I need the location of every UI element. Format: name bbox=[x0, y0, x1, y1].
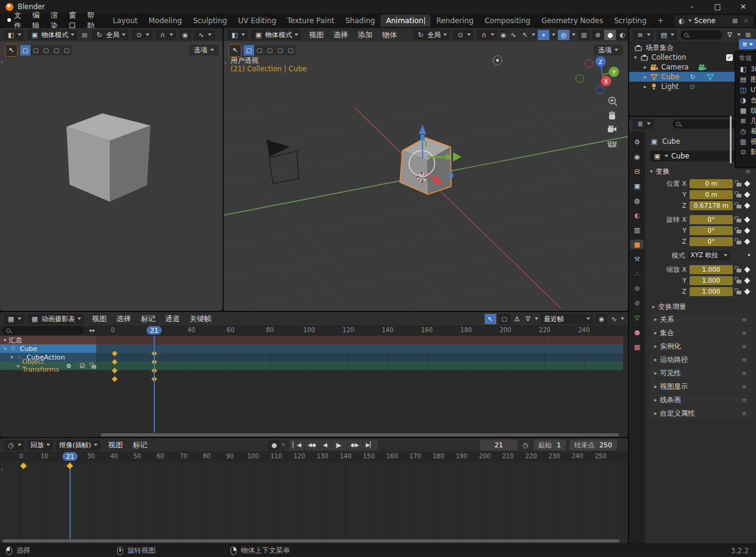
editor-type-button[interactable]: ◷ bbox=[4, 440, 24, 450]
properties-tab-constraints[interactable]: ⊘ bbox=[632, 298, 642, 308]
workspace-tab-modeling[interactable]: Modeling bbox=[143, 15, 188, 27]
workspace-tab-geometry-nodes[interactable]: Geometry Nodes bbox=[536, 15, 608, 27]
mode-selector[interactable]: ▣物体模式 bbox=[27, 30, 77, 40]
previous-keyframe-button[interactable]: ◀◆ bbox=[305, 439, 319, 450]
menu-scrollbar[interactable] bbox=[730, 116, 732, 163]
panel-线条画[interactable]: ▸线条画≡ bbox=[650, 394, 751, 406]
properties-tab-render[interactable]: ◉ bbox=[632, 152, 642, 161]
select-box-button[interactable]: ▢ bbox=[244, 45, 254, 55]
delta-transform-panel[interactable]: ▸ 变换增量 bbox=[650, 301, 751, 312]
properties-tab-collection[interactable]: ▥ bbox=[632, 225, 642, 235]
lock-open-icon[interactable] bbox=[736, 194, 741, 197]
channel-keys[interactable] bbox=[96, 361, 623, 370]
channel-row-CubeAction[interactable]: ▾∴CubeAction bbox=[0, 353, 628, 361]
lock-open-icon[interactable] bbox=[736, 280, 741, 283]
collapsed-menus-button[interactable]: ≡ bbox=[80, 30, 89, 40]
solid-shading-button[interactable]: ● bbox=[604, 30, 616, 40]
lock-open-icon[interactable] bbox=[736, 269, 741, 272]
collapse-icon[interactable]: ▸ bbox=[644, 83, 647, 90]
select-invert-button[interactable]: ▢ bbox=[275, 45, 285, 55]
channel-name[interactable]: ▾▽Cube bbox=[0, 344, 96, 353]
properties-tab-object[interactable]: ■ bbox=[630, 239, 644, 249]
expand-icon[interactable]: ▾ bbox=[10, 354, 13, 360]
wrench-icon[interactable]: ⚙ bbox=[65, 363, 73, 369]
pivot-selector[interactable]: ⊙ bbox=[132, 30, 152, 40]
timeline-menu-回放[interactable]: 回放 bbox=[27, 440, 53, 450]
menu-item-影片剪辑编辑器[interactable]: ⊙影片剪辑编辑器 bbox=[735, 147, 756, 157]
dope-menu-关键帧[interactable]: 关键帧 bbox=[185, 314, 216, 324]
jump-to-start-button[interactable]: ▏◀ bbox=[290, 439, 304, 450]
menu-item-3D视图[interactable]: ◧3D视图 bbox=[735, 64, 756, 74]
editor-type-button[interactable]: ≣ bbox=[633, 119, 654, 129]
frame-ruler[interactable]: ↔ 0406080100120140160180200220240 21 bbox=[0, 325, 628, 336]
only-errors-icon[interactable]: ⚠ bbox=[513, 315, 521, 323]
timeline-menu-抠像(插帧)[interactable]: 抠像(插帧) bbox=[56, 440, 101, 450]
properties-tab-tool[interactable]: ⚙ bbox=[632, 137, 642, 147]
next-keyframe-button[interactable]: ◆▶ bbox=[348, 439, 362, 450]
workspace-tab-sculpting[interactable]: Sculpting bbox=[187, 15, 232, 27]
scene-selector[interactable]: ◐ Scene ⊞ ✕ bbox=[674, 15, 754, 27]
invert-filter-button[interactable]: ↔ bbox=[86, 326, 98, 335]
channel-keys[interactable] bbox=[96, 336, 623, 344]
lock-open-icon[interactable] bbox=[736, 230, 741, 233]
falloff-icon[interactable]: ∿ bbox=[509, 31, 518, 39]
mode-selector[interactable]: ▣物体模式 bbox=[251, 30, 301, 40]
collapse-icon[interactable]: ▸ bbox=[644, 74, 647, 80]
keyframe-diamond-icon[interactable] bbox=[744, 266, 751, 272]
workspace-tab-layout[interactable]: Layout bbox=[107, 15, 143, 27]
dope-sheet-editor[interactable]: ▦ ▦动画摄影表 视图选择标记通道关键帧 ↖ ▢ ⚠ ∇ 最近帧 ◉ ∿ ↔ 0… bbox=[0, 312, 628, 437]
value-field[interactable]: 0.67178 m bbox=[690, 201, 733, 210]
viewport-options-button[interactable]: 选项 bbox=[189, 44, 219, 55]
select-intersect-button[interactable]: ▢ bbox=[285, 45, 296, 55]
current-frame-field[interactable]: 21 bbox=[480, 439, 518, 450]
viewport-menu-添加[interactable]: 添加 bbox=[353, 30, 377, 40]
panel-可见性[interactable]: ▸可见性≡ bbox=[650, 367, 751, 379]
channel-row-Object Transforms[interactable]: ▸Object Transforms⚙☑ bbox=[0, 361, 628, 370]
value-field[interactable]: 1.000 bbox=[690, 276, 733, 285]
camera-data-icon[interactable] bbox=[698, 64, 707, 71]
frame-start-field[interactable]: 起始1 bbox=[533, 439, 566, 450]
display-mode-button[interactable]: ▤ bbox=[657, 30, 677, 40]
properties-tab-modifiers[interactable]: ⚒ bbox=[632, 254, 642, 264]
panel-实例化[interactable]: ▸实例化≡ bbox=[650, 340, 751, 352]
timeline-menu-视图[interactable]: 视图 bbox=[104, 440, 128, 450]
dope-sheet-mode-selector[interactable]: ▦动画摄影表 bbox=[27, 314, 84, 324]
properties-editor[interactable]: ≣ ⚙◉⊟▣◍◐▥■⚒∴⊚⊘▽●▩ ▣ Cube ▣ Cube ▾ 变换 ≡ 位… bbox=[629, 117, 756, 544]
menu-item-几何节点编辑器[interactable]: ⊞几何节点编辑器 bbox=[735, 116, 756, 126]
viewport-menu-物体[interactable]: 物体 bbox=[377, 30, 402, 40]
close-button[interactable]: ✕ bbox=[730, 0, 756, 13]
viewport-3d[interactable]: ◧ ▣物体模式 视图选择添加物体 ↻全局 ⊙ ∩ ◉ ∿ ↖ ⌖ ◎ ▥ ⊕ ●… bbox=[224, 28, 628, 311]
outliner-search-input[interactable] bbox=[680, 30, 722, 40]
panel-关系[interactable]: ▸关系≡ bbox=[650, 313, 751, 325]
unlink-scene-icon[interactable]: ✕ bbox=[742, 17, 751, 25]
editor-type-button-active[interactable]: ≣ bbox=[739, 39, 756, 49]
value-field[interactable]: 0 m bbox=[690, 179, 733, 188]
collection-checkbox[interactable]: ✓ bbox=[726, 54, 733, 61]
pivot-selector[interactable]: ⊙ bbox=[453, 30, 474, 40]
current-frame-badge[interactable]: 21 bbox=[146, 326, 162, 335]
lock-open-icon[interactable] bbox=[736, 183, 741, 186]
properties-tab-texture[interactable]: ▩ bbox=[632, 342, 642, 352]
workspace-tab-texture-paint[interactable]: Texture Paint bbox=[282, 15, 340, 27]
keyframe-diamond-icon[interactable] bbox=[744, 216, 751, 222]
menu-item-合成器[interactable]: ◑合成器 bbox=[735, 95, 756, 105]
region-toggle-icon[interactable]: › bbox=[1, 466, 3, 473]
only-selected-toggle[interactable]: ↖ bbox=[485, 314, 496, 324]
select-intersect-button[interactable]: ▢ bbox=[62, 45, 72, 55]
channel-row-汇总[interactable]: ▾汇总 bbox=[0, 336, 628, 344]
properties-tab-material[interactable]: ● bbox=[632, 327, 642, 337]
panel-运动路径[interactable]: ▸运动路径≡ bbox=[650, 353, 751, 366]
menu-item-图像编辑器[interactable]: ▤图像编辑器 bbox=[735, 74, 756, 85]
select-subtract-button[interactable]: ▢ bbox=[265, 45, 275, 55]
expand-icon[interactable]: ▾ bbox=[4, 337, 7, 343]
properties-tab-world[interactable]: ◐ bbox=[632, 210, 642, 220]
panel-自定义属性[interactable]: ▸自定义属性≡ bbox=[650, 407, 751, 419]
playhead[interactable] bbox=[70, 462, 71, 539]
viewport-secondary-canvas[interactable] bbox=[0, 28, 223, 311]
timeline-ruler[interactable]: 0103040506070809010011012013014015016017… bbox=[0, 452, 628, 462]
region-toggle-icon[interactable]: › bbox=[1, 342, 3, 349]
falloff-selector[interactable]: ∿ bbox=[194, 30, 215, 40]
editor-type-button[interactable]: ◧ bbox=[227, 30, 248, 40]
tweak-tool-button[interactable]: ↖ bbox=[229, 44, 241, 57]
material-shading-button[interactable]: ◐ bbox=[616, 30, 628, 40]
